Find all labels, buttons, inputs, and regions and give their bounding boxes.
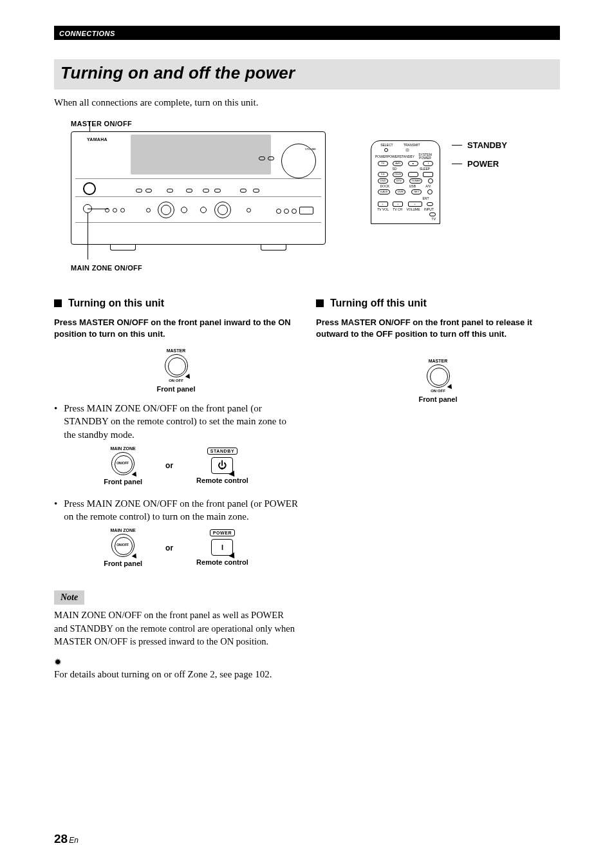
master-knob-icon — [427, 364, 450, 388]
mainzone-knob-icon: ON/OFF — [111, 534, 135, 557]
square-bullet-icon — [316, 299, 324, 307]
page-number: 28En — [54, 832, 79, 846]
poweron-bullet: •Press MAIN ZONE ON/OFF on the front pan… — [54, 497, 298, 524]
standby-icon: ⏻ — [211, 457, 233, 474]
square-bullet-icon — [54, 299, 62, 307]
remote-standby-button-figure: STANDBY ⏻ Remote control — [196, 448, 248, 484]
running-header: CONNECTIONS — [54, 26, 560, 40]
master-knob-figure: MASTER ON OFF Front panel — [54, 348, 298, 393]
master-knob-icon — [165, 354, 188, 377]
front-panel-caption: Front panel — [157, 385, 196, 393]
mainzone-onoff-label: MAIN ZONE ON/OFF — [71, 264, 142, 272]
standby-callout: STANDBY — [467, 140, 507, 150]
intro-text: When all connections are complete, turn … — [54, 97, 560, 108]
or-label: or — [165, 461, 173, 470]
tip-icon: ✹ — [54, 657, 298, 668]
mainzone-knob-icon: ON/OFF — [111, 452, 135, 475]
remote-power-button-figure: POWER I Remote control — [196, 529, 248, 566]
turning-on-instruction: Press MASTER ON/OFF on the front panel i… — [54, 317, 298, 339]
or-label: or — [165, 543, 173, 552]
standby-figure: MAIN ZONE ON/OFF Front panel or STANDBY … — [54, 446, 298, 486]
poweron-figure: MAIN ZONE ON/OFF Front panel or POWER I … — [54, 528, 298, 567]
page-title-bar: Turning on and off the power — [54, 59, 560, 90]
power-icon: I — [211, 539, 233, 556]
volume-knob — [281, 144, 316, 178]
remote-callouts: STANDBY POWER — [452, 140, 507, 169]
section-name: CONNECTIONS — [59, 30, 115, 37]
master-knob-figure-off: MASTER ON OFF Front panel — [316, 359, 560, 403]
master-onoff-knob — [83, 182, 96, 195]
standby-bullet: •Press MAIN ZONE ON/OFF on the front pan… — [54, 402, 298, 441]
page-title: Turning on and off the power — [60, 63, 295, 82]
turning-off-instruction: Press MASTER ON/OFF on the front panel t… — [316, 317, 560, 339]
note-flag: Note — [54, 590, 84, 605]
front-panel-caption: Front panel — [419, 395, 458, 403]
front-display — [131, 135, 271, 175]
heading-turning-off: Turning off this unit — [316, 297, 560, 309]
note-text: MAIN ZONE ON/OFF on the front panel as w… — [54, 609, 298, 648]
heading-turning-on: Turning on this unit — [54, 297, 298, 309]
tip-text: For details about turning on or off Zone… — [54, 669, 298, 680]
front-panel-illustration: YAMAHA VOLUME — [71, 131, 326, 245]
overview-figure: YAMAHA VOLUME — [71, 131, 560, 272]
master-onoff-label: MASTER ON/OFF — [71, 120, 560, 127]
brand-logo: YAMAHA — [87, 137, 107, 142]
remote-top-illustration: SELECTTRANSMIT POWERPOWERSTANDBYSYSTEM P… — [371, 140, 440, 224]
power-callout: POWER — [467, 159, 499, 169]
